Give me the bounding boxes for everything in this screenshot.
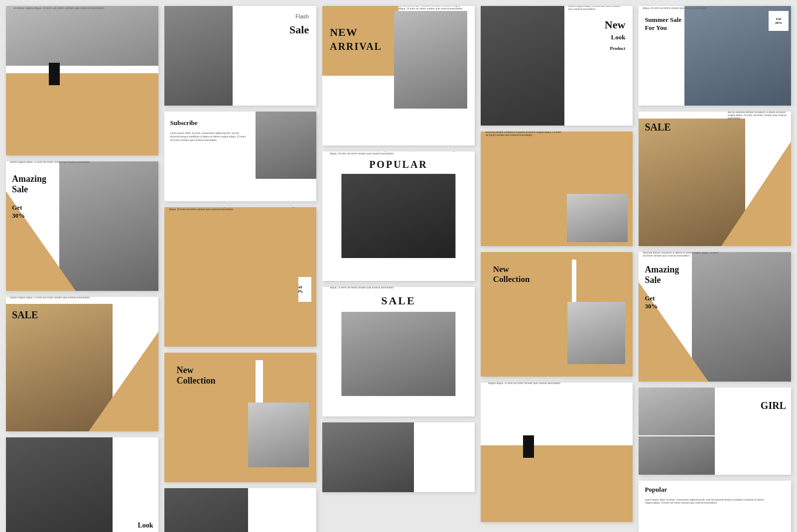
card-new: New (164, 488, 317, 532)
card-great-thing-4: Great Thing Are Coming Lorem ipsum dolor… (481, 383, 633, 522)
card-summer-sale: Get 20% Summer Sale For You Lorem ipsum … (164, 207, 317, 347)
card-body: Lorem ipsum dolor sit amet, consectetur … (564, 6, 625, 118)
card-sale-5: SALE Lorem ipsum dolor sit amet, consect… (639, 112, 791, 246)
column-1: Great Thing Are Coming Lorem ipsum dolor… (6, 6, 158, 532)
card-photo-2 (567, 194, 628, 242)
card-body: Lorem ipsum dolor sit amet, consectetur … (645, 498, 766, 532)
card-body: Lorem ipsum dolor sit amet, consectetur … (10, 161, 124, 287)
main-grid: Great Thing Are Coming Lorem ipsum dolor… (0, 0, 797, 532)
card-photo (164, 488, 248, 532)
card-girl: GIRL (639, 388, 791, 475)
card-title: Sale (289, 23, 309, 106)
card-body: Lorem ipsum dolor sit amet, consectetur … (488, 383, 610, 518)
card-title: Amazing (443, 422, 470, 480)
badge-get: Get (776, 17, 782, 21)
card-new-look-1: New Look (6, 437, 158, 532)
card-photo-2 (639, 436, 715, 475)
card-title: New (140, 437, 153, 517)
column-5: Summer Sale For You Get 20% Lorem ipsum … (639, 6, 791, 532)
discount-badge: Get 20% (769, 11, 789, 31)
card-title-2: ARRIVAL (330, 41, 382, 145)
card-body: Lorem ipsum dolor sit amet, consectetur … (398, 6, 467, 140)
card-body: Lorem ipsum dolor sit amet, consectetur … (169, 207, 299, 344)
card-subtitle: Look (137, 522, 153, 530)
card-amazing-sale: Amazing Sale Get 30% Lorem ipsum dolor s… (6, 161, 158, 291)
card-popular-5: Popular Lorem ipsum dolor sit amet, cons… (639, 481, 791, 532)
card-body: Lorem ipsum dolor sit amet, consectetur … (643, 6, 772, 103)
column-2: Flash Sale Subscribe Lorem ipsum dolor s… (164, 6, 317, 532)
card-photo (6, 437, 113, 532)
card-sale-1: SALE Lorem ipsum dolor sit amet, consect… (6, 297, 158, 431)
card-new-collection-4: New Collection Lorem ipsum dolor sit ame… (481, 252, 633, 377)
card-photo (567, 302, 625, 364)
card-body: Lorem ipsum dolor sit amet, consectetur … (330, 151, 459, 278)
card-summer-sale-5: Summer Sale For You Get 20% Lorem ipsum … (639, 6, 791, 106)
card-body: Lorem ipsum dolor sit amet, consectetur … (13, 6, 135, 151)
card-body: Lorem ipsum dolor sit amet, consectetur … (10, 297, 124, 427)
card-new-collection: New Collection Lorem ipsum dolor sit ame… (164, 353, 317, 482)
card-body: Lorem ipsum dolor sit amet, consectetur … (643, 252, 719, 378)
card-popular: POPULAR Lorem ipsum dolor sit amet, cons… (322, 151, 475, 281)
card-body: Lorem ipsum dolor sit amet, consectetur … (330, 287, 459, 412)
card-photo (164, 6, 233, 106)
card-new-arrival: NEW ARRIVAL www.yourwebsite.com Product … (322, 6, 475, 145)
badge-percent: 20% (775, 21, 782, 25)
card-photo (322, 422, 413, 492)
card-photo-1 (639, 388, 715, 435)
card-title: New (291, 488, 312, 532)
column-3: NEW ARRIVAL www.yourwebsite.com Product … (322, 6, 475, 532)
card-new-look-4: New Look Product Lorem ipsum dolor sit a… (481, 6, 633, 126)
card-title: SALE (645, 122, 670, 246)
card-title: New Collection (177, 365, 216, 482)
card-photo (256, 112, 316, 179)
card-photo (481, 6, 564, 126)
card-title: GIRL (761, 400, 786, 475)
column-4: New Look Product Lorem ipsum dolor sit a… (481, 6, 633, 532)
card-great-thing-coming: Great Thing Are Coming Lorem ipsum dolor… (6, 6, 158, 155)
card-subscribe: Subscribe Lorem ipsum dolor sit amet, co… (164, 112, 317, 201)
card-body: Lorem ipsum dolor sit amet, consectetur … (486, 132, 562, 242)
card-title: New Collection (493, 265, 530, 377)
card-body: Lorem ipsum dolor sit amet, consectetur … (728, 112, 789, 242)
card-flash-sale-4: Flash Sale Subscribe Lorem ipsum dolor s… (481, 132, 633, 246)
card-photo (248, 402, 309, 467)
card-body: Lorem ipsum dolor sit amet, consectetur … (170, 132, 247, 201)
card-amazing-sale-5: Amazing Sale Get 30% Lorem ipsum dolor s… (639, 252, 791, 382)
card-sale-3: SALE Popular Lorem ipsum dolor sit amet,… (322, 287, 475, 416)
card-amazing: Amazing (322, 422, 475, 492)
card-flash-sale: Flash Sale (164, 6, 317, 106)
